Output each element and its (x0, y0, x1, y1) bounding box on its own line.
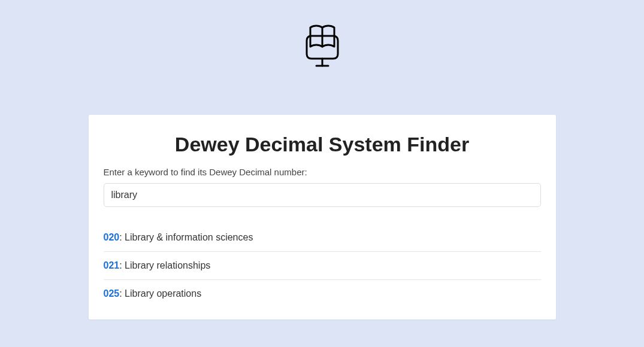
result-label: Library operations (125, 288, 201, 299)
finder-card: Dewey Decimal System Finder Enter a keyw… (89, 115, 556, 319)
logo-container (300, 24, 345, 79)
result-number: 025 (104, 288, 120, 299)
result-item[interactable]: 025: Library operations (104, 280, 541, 308)
result-number: 020 (104, 232, 120, 242)
result-label: Library relationships (125, 260, 210, 270)
page-title: Dewey Decimal System Finder (104, 133, 541, 156)
result-item[interactable]: 021: Library relationships (104, 252, 541, 280)
keyword-input[interactable] (104, 183, 541, 207)
result-number: 021 (104, 260, 120, 270)
result-label: Library & information sciences (125, 232, 253, 242)
book-podium-icon (300, 24, 345, 77)
result-item[interactable]: 020: Library & information sciences (104, 224, 541, 252)
results-list: 020: Library & information sciences 021:… (104, 224, 541, 308)
search-prompt-label: Enter a keyword to find its Dewey Decima… (104, 167, 541, 177)
